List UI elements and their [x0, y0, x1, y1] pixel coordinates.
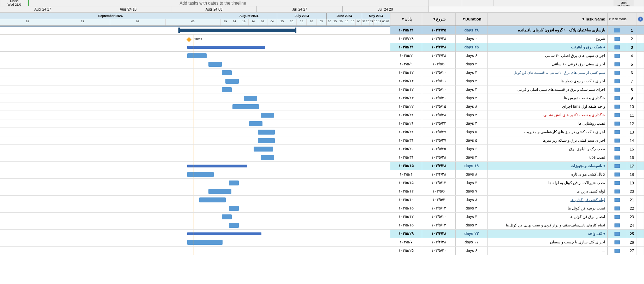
- finish-label: FinishWed 21/0: [0, 0, 28, 6]
- table-row[interactable]: 22 نصب دریچه فن کوئل ها ۳ days ۱۰۳/۵/۱۳ …: [0, 204, 644, 213]
- cell-task-name: بازسازی ساختمان پلاک ۱۰ گروه افزون کارها…: [488, 26, 608, 34]
- table-row[interactable]: 18 کانال کشی هوای تازه ۸ days ۱۰۳/۴/۲۸ ۱…: [0, 170, 644, 179]
- table-row[interactable]: 24 اتمام کارهای تاسیساتی سقف و تراز کردن…: [0, 221, 644, 230]
- col-header-duration[interactable]: Duration ▼: [456, 13, 488, 25]
- date-range-5: 17 Aug '24: [0, 6, 85, 12]
- table-row[interactable]: 20 لوله کشی درین ها ۷ days ۱۰۳/۵/۶ ۱۰۳/۵…: [0, 187, 644, 196]
- svg-rect-14: [615, 147, 620, 151]
- table-row[interactable]: 17 ♦ تاسیسات و تجهیزات ۱۹ days ۱۰۳/۴/۲۸ …: [0, 162, 644, 170]
- table-row[interactable]: 6 سیم کشی از سینی های برق ۱۰ سانتی به قس…: [0, 69, 644, 77]
- table-row[interactable]: 2 شروع ۰ days ۱۰۳/۴/۲۸ ۱۰۳/۴/۲۸ 18/07: [0, 35, 644, 43]
- cell-mode: [608, 26, 627, 34]
- table-row[interactable]: 5 اجرای سینی برق فرعی ۱۰ سانتی ۴ days ۱۰…: [0, 60, 644, 69]
- svg-rect-18: [615, 181, 620, 185]
- svg-rect-16: [615, 164, 620, 168]
- col-header-num: [627, 13, 637, 25]
- svg-rect-8: [615, 96, 620, 100]
- table-row[interactable]: 11 جاگذاری و نصب دکتور های آتش نشانی ۴ d…: [0, 111, 644, 119]
- gantt-header: May 2024 June 2024 July 2024 August 2024…: [0, 13, 390, 25]
- svg-rect-11: [615, 122, 620, 125]
- table-row[interactable]: 13 اجرای داکت کشی در میز های کارشناسی و …: [0, 128, 644, 136]
- table-row[interactable]: 26 اجرای کف سازی با چسب و سیمان ۱۱ days …: [0, 238, 644, 247]
- table-row[interactable]: 27 ... ۶ days ۱۰۳/۵/۲۰ ۱۰۳/۵/۲۵: [0, 247, 644, 255]
- table-row[interactable]: 7 اجرای داکت بر روی دیوار ها ۴ days ۱۰۳/…: [0, 77, 644, 85]
- svg-rect-25: [615, 241, 620, 244]
- cell-duration: ۳۸ days: [456, 26, 488, 34]
- table-row[interactable]: 10 واحد طبقه اول bms اجرای ۸ days ۱۰۳/۵/…: [0, 102, 644, 111]
- svg-rect-12: [615, 130, 620, 134]
- svg-rect-22: [615, 215, 620, 219]
- svg-rect-10: [615, 113, 620, 117]
- table-row[interactable]: 14 اجرای سیم کشی برق و شبکه زیر میزها ۵ …: [0, 136, 644, 145]
- col-header-task-name[interactable]: Task Name ▼: [488, 13, 608, 25]
- svg-rect-9: [615, 105, 620, 108]
- month-september: September 2024: [0, 13, 221, 19]
- cell-task-name: شروع: [488, 35, 608, 43]
- svg-rect-6: [615, 79, 620, 83]
- month-may: May 2024: [362, 13, 390, 19]
- month-july: July 2024: [277, 13, 327, 19]
- month-august: August 2024: [221, 13, 277, 19]
- column-headers: i Task Mode ▼ Task Name ▼ Duration ▼ شرو…: [0, 13, 644, 26]
- date-range-2: 27 Jul '24: [257, 6, 343, 12]
- date-range-1: 20 Jul '24: [343, 6, 429, 12]
- table-row[interactable]: 21 لوله کشی فن کوئل ها ۸ days ۱۰۳/۵/۳ ۱۰…: [0, 196, 644, 204]
- svg-rect-20: [615, 198, 620, 202]
- svg-rect-0: [614, 29, 620, 32]
- table-row[interactable]: 12 نصب روشنایی ها ۴ days ۱۰۳/۵/۲۳ ۱۰۳/۵/…: [0, 119, 644, 128]
- svg-rect-19: [615, 190, 620, 193]
- col-header-end[interactable]: پایان ▼: [390, 13, 422, 25]
- table-row[interactable]: 23 اتصال برق فن کوئل ها ۳ days ۱۰۳/۵/۱۰ …: [0, 213, 644, 221]
- col-header-task-mode[interactable]: Task Mode ▼: [608, 13, 627, 25]
- data-rows-container: 1 بازسازی ساختمان پلاک ۱۰ گروه افزون کار…: [0, 26, 644, 284]
- date-range-4: 10 Aug '24: [85, 6, 171, 12]
- date-range-3: 03 Aug '24: [171, 6, 257, 12]
- table-row[interactable]: 25 ♦ کف واحد ۲۳ days ۱۰۳/۴/۲۸ ۱۰۳/۵/۲۹: [0, 230, 644, 238]
- svg-rect-1: [615, 37, 620, 41]
- table-row[interactable]: 1 بازسازی ساختمان پلاک ۱۰ گروه افزون کار…: [0, 26, 644, 35]
- svg-rect-2: [615, 46, 620, 49]
- svg-rect-13: [615, 139, 620, 142]
- svg-rect-17: [615, 173, 620, 176]
- svg-rect-24: [615, 232, 620, 236]
- svg-rect-15: [615, 156, 620, 159]
- month-june: June 2024: [327, 13, 362, 19]
- svg-rect-5: [615, 71, 620, 75]
- table-row[interactable]: 15 نصب رک و تابلوی برق ۶ days ۱۰۳/۵/۲۵ ۱…: [0, 145, 644, 153]
- cell-start: ۱۰۳/۴/۲۵: [422, 26, 456, 34]
- cell-end: ۱۰۳/۵/۳۱: [390, 26, 422, 34]
- svg-rect-3: [615, 54, 620, 58]
- cell-info: [637, 26, 644, 34]
- svg-rect-4: [615, 63, 620, 66]
- table-row[interactable]: 8 اجرای سیم شبکه و برق در قسمت های سینی …: [0, 85, 644, 94]
- cell-num: 1: [627, 26, 637, 34]
- main-container: StartMon 15/07/24 Add tasks with dates t…: [0, 0, 644, 284]
- svg-rect-7: [615, 88, 620, 91]
- table-row[interactable]: 16 نصب ups ۴ days ۱۰۳/۵/۲۸ ۱۰۳/۵/۳۱: [0, 153, 644, 162]
- table-row[interactable]: 4 اجرای سینی های برق اصلی ۴۰ سانتی ۶ day…: [0, 52, 644, 60]
- add-tasks-message: Add tasks with dates to the timeline: [28, 0, 397, 6]
- table-row[interactable]: 3 ♦ شبکه برق و اینترنت ۲۵ days ۱۰۳/۴/۲۸ …: [0, 43, 644, 52]
- cell-gantt: [0, 26, 390, 34]
- col-header-info: i: [637, 13, 644, 25]
- table-row[interactable]: 9 جاگذاری و نصب دوربین ها ۴ days ۱۰۳/۵/۲…: [0, 94, 644, 102]
- svg-rect-21: [615, 207, 620, 210]
- table-row[interactable]: 19 نصب شیرالات از فن کوئل به لوله ها ۳ d…: [0, 179, 644, 187]
- col-header-start[interactable]: شروع ▼: [422, 13, 456, 25]
- svg-rect-26: [615, 249, 620, 253]
- svg-rect-23: [615, 224, 620, 227]
